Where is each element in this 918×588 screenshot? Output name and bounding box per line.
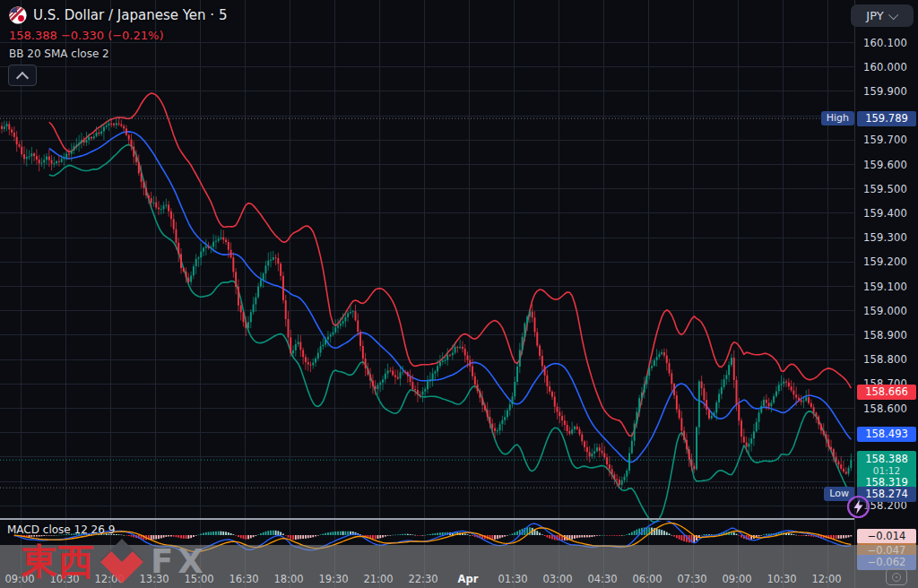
price-badge: 158.666 <box>857 385 916 400</box>
time-label: 01:30 <box>498 573 527 585</box>
price-change-line: 158.388 −0.330 (−0.21%) <box>9 29 227 42</box>
time-label: 03:00 <box>542 573 572 585</box>
time-label: 12:00 <box>811 573 841 585</box>
macd-value-badge: −0.014 <box>857 529 916 544</box>
candlestick-chart[interactable] <box>0 0 854 588</box>
current-price-badge: 158.38801:12 <box>857 451 916 477</box>
chart-legend: U.S. Dollar / Japanese Yen · 5 158.388 −… <box>9 6 227 60</box>
time-label: 10:30 <box>766 573 796 585</box>
macd-indicator-label[interactable]: MACD close 12 26 9 <box>7 523 115 536</box>
price-label: 158.900 <box>863 329 907 342</box>
time-label: 18:00 <box>273 573 303 585</box>
price-label: 159.700 <box>863 134 907 146</box>
time-label: 21:00 <box>363 573 393 585</box>
currency-dropdown[interactable]: JPY <box>851 4 914 27</box>
chevron-down-icon <box>888 9 898 19</box>
high-tag: High <box>821 111 854 125</box>
currency-dropdown-label: JPY <box>866 9 883 22</box>
bb-indicator-label[interactable]: BB 20 SMA close 2 <box>9 48 227 60</box>
price-label: 158.800 <box>863 353 907 366</box>
price-label: 159.300 <box>863 231 907 244</box>
price-badge: 159.789 <box>857 111 916 126</box>
price-label: 159.000 <box>863 305 907 317</box>
price-label: 160.100 <box>863 37 907 49</box>
quick-trade-lightning-icon[interactable] <box>846 495 870 519</box>
watermark-cjk-text: 東西 <box>22 538 95 584</box>
time-label: 06:00 <box>632 573 662 585</box>
trading-chart-app: U.S. Dollar / Japanese Yen · 5 158.388 −… <box>0 0 918 588</box>
axis-settings-icon[interactable] <box>886 568 907 585</box>
time-label: 07:30 <box>677 573 706 585</box>
broker-watermark: 東西 FX <box>22 537 208 585</box>
price-label: 159.600 <box>863 159 907 171</box>
time-label: 16:30 <box>229 573 258 585</box>
price-label: 159.100 <box>863 281 907 293</box>
time-label: 22:30 <box>408 573 437 585</box>
price-label: 160.000 <box>863 61 907 74</box>
usdjpy-flag-icon <box>9 6 27 24</box>
time-label: 19:30 <box>318 573 348 585</box>
symbol-title[interactable]: U.S. Dollar / Japanese Yen · 5 <box>33 7 227 23</box>
price-label: 159.200 <box>863 255 907 268</box>
price-label: 159.500 <box>863 183 907 195</box>
pane-separator[interactable] <box>0 518 918 520</box>
watermark-latin-text: FX <box>151 542 208 581</box>
time-label: 04:30 <box>587 573 617 585</box>
time-label: Apr <box>458 573 479 585</box>
price-label: 159.900 <box>863 85 907 98</box>
time-label: 09:00 <box>722 573 751 585</box>
broker-diamond-logo-icon <box>99 537 145 585</box>
chevron-up-icon <box>16 72 29 84</box>
collapse-legend-button[interactable] <box>8 65 37 86</box>
price-label: 159.400 <box>863 207 907 220</box>
price-label: 158.600 <box>863 402 907 415</box>
price-badge: 158.493 <box>857 427 916 442</box>
